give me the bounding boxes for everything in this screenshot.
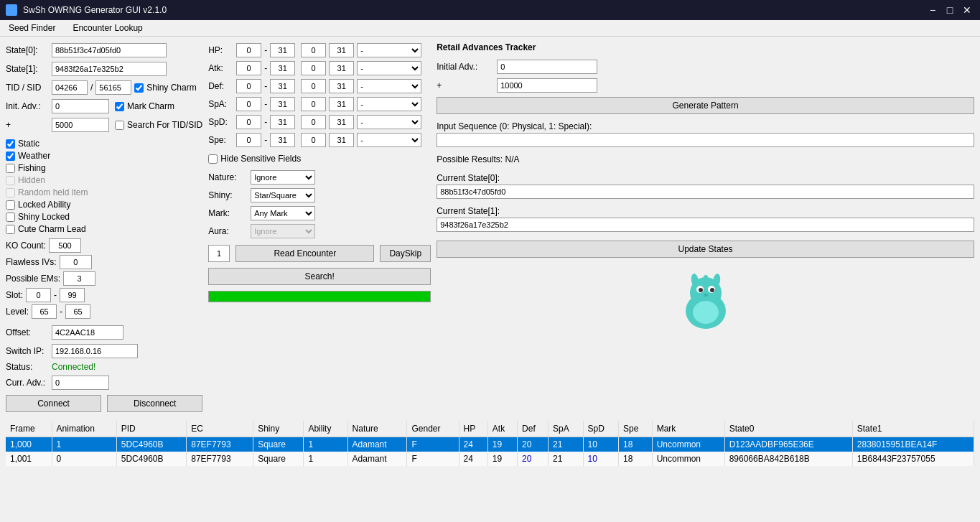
level-max-input[interactable]	[65, 304, 90, 319]
spe2-min[interactable]	[301, 133, 326, 147]
table-cell: 24	[459, 452, 487, 466]
spa2-filter[interactable]: -	[357, 97, 421, 111]
possible-results-label: Possible Results: N/A	[437, 154, 519, 164]
search-tid-checkbox[interactable]	[115, 121, 124, 130]
maximize-button[interactable]: □	[943, 3, 957, 17]
curr-adv-input[interactable]	[52, 376, 109, 390]
mark-select[interactable]: Any Mark	[251, 206, 315, 220]
results-tbody: 1,00015DC4960B87EF7793Square1AdamantF241…	[6, 437, 974, 467]
table-cell: Square	[253, 437, 304, 452]
progress-bar	[209, 292, 430, 302]
th-shiny: Shiny	[253, 421, 304, 437]
locked-ability-checkbox[interactable]	[6, 200, 15, 210]
close-button[interactable]: ✕	[960, 3, 974, 17]
init-adv-input[interactable]	[52, 99, 109, 113]
shiny-charm-checkbox[interactable]	[134, 83, 144, 93]
cute-charm-checkbox[interactable]	[6, 225, 15, 234]
retail-init-adv-input[interactable]	[497, 60, 597, 74]
svg-point-11	[693, 301, 719, 324]
atk2-min[interactable]	[301, 61, 326, 75]
atk2-max[interactable]	[329, 61, 354, 75]
hidden-checkbox[interactable]	[6, 176, 15, 185]
encounter-section: Read Encounter DaySkip Search!	[208, 245, 431, 302]
spe2-filter[interactable]: -	[357, 133, 421, 147]
level-min-input[interactable]	[32, 304, 57, 319]
shiny-select[interactable]: Star/Square	[251, 188, 315, 202]
tid-input[interactable]	[52, 80, 88, 95]
connect-button[interactable]: Connect	[6, 395, 101, 412]
slot-min-input[interactable]	[26, 288, 51, 302]
spe-min[interactable]	[236, 133, 261, 147]
def-min[interactable]	[236, 79, 261, 93]
table-row[interactable]: 1,00015DC4960B87EF7793Square1AdamantF241…	[6, 437, 974, 452]
spd2-filter[interactable]: -	[357, 115, 421, 129]
current-state1-input[interactable]	[437, 218, 974, 232]
hp2-filter[interactable]: -	[357, 43, 421, 57]
slot-max-input[interactable]	[60, 288, 85, 302]
spd-min[interactable]	[236, 115, 261, 129]
switch-ip-input[interactable]	[52, 344, 138, 358]
mark-charm-checkbox-label: Mark Charm	[115, 101, 174, 111]
current-state0-input[interactable]	[437, 185, 974, 199]
def-max[interactable]	[270, 79, 295, 93]
input-seq-section: Input Sequence (0: Physical, 1: Special)…	[437, 121, 974, 147]
menu-encounter-lookup[interactable]: Encounter Lookup	[67, 22, 148, 34]
spd2-min[interactable]	[301, 115, 326, 129]
plus-input[interactable]	[52, 118, 109, 132]
retail-plus-input[interactable]	[497, 78, 597, 93]
static-checkbox[interactable]	[6, 139, 15, 149]
def2-filter[interactable]: -	[357, 79, 421, 93]
shiny-locked-checkbox[interactable]	[6, 213, 15, 222]
random-held-checkbox[interactable]	[6, 188, 15, 197]
hp-min[interactable]	[236, 43, 261, 57]
ko-count-label: KO Count:	[6, 241, 46, 251]
atk-min[interactable]	[236, 61, 261, 75]
spa-min[interactable]	[236, 97, 261, 111]
spe-max[interactable]	[270, 133, 295, 147]
day-skip-count[interactable]	[208, 245, 230, 262]
menu-seed-finder[interactable]: Seed Finder	[3, 22, 61, 34]
generate-pattern-button[interactable]: Generate Pattern	[437, 97, 974, 114]
minimize-button[interactable]: −	[925, 3, 940, 17]
state0-input[interactable]	[52, 43, 167, 57]
table-cell: 5DC4960B	[116, 452, 186, 466]
fishing-checkbox[interactable]	[6, 164, 15, 173]
atk-max[interactable]	[270, 61, 295, 75]
def2-max[interactable]	[329, 79, 354, 93]
spa-max[interactable]	[270, 97, 295, 111]
hp2-max[interactable]	[329, 43, 354, 57]
ko-count-input[interactable]	[49, 238, 81, 253]
search-button[interactable]: Search!	[208, 268, 431, 285]
aura-select[interactable]: Ignore	[251, 224, 315, 238]
input-seq-input[interactable]	[437, 133, 974, 147]
spd2-max[interactable]	[329, 115, 354, 129]
atk2-row: -	[301, 60, 421, 76]
hide-sensitive-checkbox[interactable]	[208, 154, 218, 164]
nature-select[interactable]: Ignore	[251, 170, 315, 185]
spd-max[interactable]	[270, 115, 295, 129]
slot-row: Slot: -	[6, 288, 95, 302]
flawless-input[interactable]	[60, 255, 92, 269]
shiny-locked-checkbox-label: Shiny Locked	[6, 212, 202, 222]
read-encounter-button[interactable]: Read Encounter	[235, 245, 374, 262]
disconnect-button[interactable]: Disconnect	[107, 395, 202, 412]
day-skip-button[interactable]: DaySkip	[380, 245, 431, 262]
hp-dash: -	[264, 45, 267, 55]
def2-min[interactable]	[301, 79, 326, 93]
hp2-min[interactable]	[301, 43, 326, 57]
weather-checkbox[interactable]	[6, 152, 15, 161]
atk2-filter[interactable]: -	[357, 61, 421, 75]
state1-input[interactable]	[52, 62, 167, 76]
table-cell: 0	[52, 452, 116, 466]
update-states-button[interactable]: Update States	[437, 241, 974, 258]
possible-ems-input[interactable]	[63, 271, 95, 286]
spe2-max[interactable]	[329, 133, 354, 147]
spa2-max[interactable]	[329, 97, 354, 111]
hp-max[interactable]	[270, 43, 295, 57]
spa2-min[interactable]	[301, 97, 326, 111]
offset-input[interactable]	[52, 325, 123, 340]
sid-input[interactable]	[95, 80, 131, 95]
mark-charm-checkbox[interactable]	[115, 102, 124, 111]
th-spd: SpD	[583, 421, 618, 437]
table-row[interactable]: 1,00105DC4960B87EF7793Square1AdamantF241…	[6, 452, 974, 466]
